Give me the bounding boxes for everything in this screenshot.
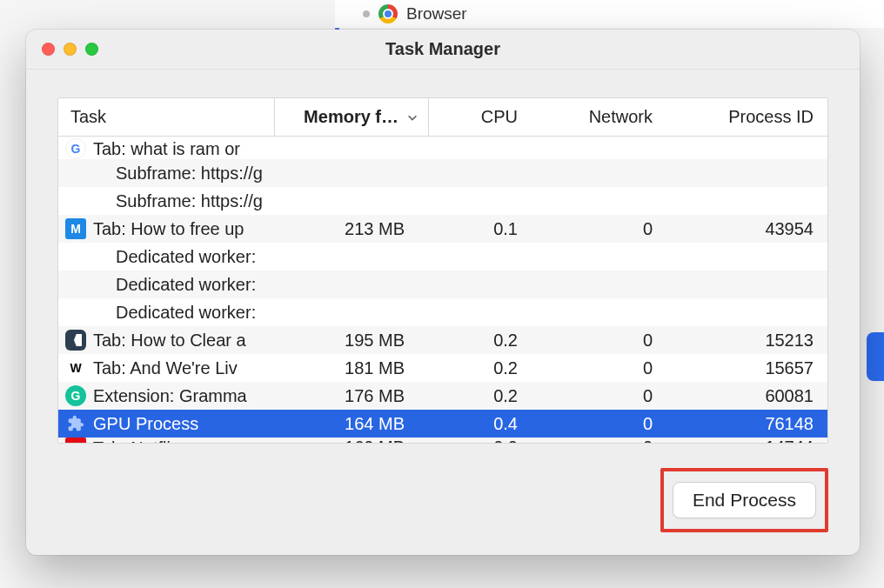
- cell-cpu: 0.2: [429, 358, 526, 378]
- background-browser-label: Browser: [406, 4, 467, 23]
- task-name: Tab: How to free up: [93, 219, 244, 239]
- cell-memory: 195 MB: [274, 331, 429, 351]
- task-name: Subframe: https://g: [116, 164, 263, 184]
- column-header-cpu[interactable]: CPU: [429, 107, 526, 127]
- cell-pid: 60081: [661, 386, 827, 406]
- table-header: Task Memory f… CPU Network Process ID: [58, 98, 827, 137]
- cell-task: Dedicated worker:: [58, 247, 274, 267]
- process-table: Task Memory f… CPU Network Process ID GT…: [57, 97, 828, 444]
- background-browser-row: Browser: [335, 0, 884, 28]
- end-process-button[interactable]: End Process: [673, 482, 816, 518]
- column-header-task[interactable]: Task: [58, 107, 274, 127]
- site-m-icon: M: [65, 218, 86, 239]
- bg-partial-button: [867, 332, 884, 381]
- table-row[interactable]: Dedicated worker:: [58, 271, 827, 298]
- table-row[interactable]: Dedicated worker:: [58, 243, 827, 271]
- zoom-window-button[interactable]: [85, 43, 98, 56]
- cell-memory: 176 MB: [274, 386, 429, 406]
- task-name: Tab: And We're Liv: [93, 358, 238, 378]
- column-header-memory[interactable]: Memory f…: [274, 98, 429, 136]
- cell-pid: 43954: [661, 219, 827, 239]
- cell-cpu: 0.1: [429, 219, 526, 239]
- chrome-icon: [378, 4, 398, 23]
- task-name: Extension: Gramma: [93, 386, 247, 406]
- traffic-lights: [42, 43, 98, 56]
- bullet-icon: [363, 10, 370, 17]
- cell-cpu: 0.2: [429, 331, 526, 351]
- table-row[interactable]: Subframe: https://g: [58, 187, 827, 215]
- table-row[interactable]: GTab: what is ram or: [58, 137, 827, 159]
- cell-network: 0: [526, 331, 661, 351]
- cell-task: Subframe: https://g: [58, 164, 274, 184]
- table-row[interactable]: Dedicated worker:: [58, 298, 827, 326]
- table-row[interactable]: GPU Process164 MB0.4076148: [58, 410, 827, 438]
- cell-network: 0: [526, 386, 661, 406]
- cell-cpu: 0.4: [429, 414, 526, 434]
- netflix-icon: N: [65, 438, 86, 443]
- cell-pid: 76148: [661, 414, 827, 434]
- table-row[interactable]: MTab: How to free up213 MB0.1043954: [58, 215, 827, 243]
- chevron-down-icon: [405, 110, 419, 124]
- cell-network: 0: [526, 414, 661, 434]
- column-header-memory-label: Memory f…: [304, 107, 398, 127]
- task-manager-window: Task Manager Task Memory f… CPU Network …: [26, 30, 860, 555]
- highlight-annotation: End Process: [660, 468, 828, 532]
- task-name: Dedicated worker:: [116, 247, 256, 267]
- cell-cpu: 0.2: [429, 386, 526, 406]
- task-name: GPU Process: [93, 414, 198, 434]
- minimize-window-button[interactable]: [64, 43, 77, 56]
- cell-task: GExtension: Gramma: [58, 385, 274, 406]
- cell-network: 0: [526, 438, 661, 443]
- content-area: Task Memory f… CPU Network Process ID GT…: [26, 70, 860, 555]
- site-w-icon: W: [65, 357, 86, 378]
- google-icon: G: [65, 138, 86, 159]
- cell-task: GPU Process: [58, 413, 274, 434]
- table-body: GTab: what is ram orSubframe: https://gS…: [58, 137, 827, 443]
- task-name: Tab: Netfli: [93, 438, 171, 444]
- task-name: Tab: How to Clear a: [93, 331, 246, 351]
- cell-task: Tab: How to Clear a: [58, 330, 274, 351]
- extension-puzzle-icon: [65, 413, 86, 434]
- cell-memory: 181 MB: [274, 358, 429, 378]
- cell-pid: 15213: [661, 331, 827, 351]
- cell-cpu: 0.0: [429, 438, 526, 443]
- cell-memory: 213 MB: [274, 219, 429, 239]
- cell-task: WTab: And We're Liv: [58, 357, 274, 378]
- table-row[interactable]: Tab: How to Clear a195 MB0.2015213: [58, 326, 827, 354]
- task-name: Dedicated worker:: [116, 303, 256, 323]
- table-row[interactable]: NTab: Netfli160 MB0.0014744: [58, 438, 827, 443]
- window-title: Task Manager: [385, 39, 500, 59]
- cell-task: Dedicated worker:: [58, 275, 274, 295]
- footer: End Process: [57, 454, 828, 532]
- close-window-button[interactable]: [42, 43, 55, 56]
- cell-memory: 164 MB: [274, 414, 429, 434]
- titlebar: Task Manager: [26, 30, 860, 70]
- clear-icon: [65, 330, 86, 351]
- task-name: Dedicated worker:: [116, 275, 256, 295]
- table-row[interactable]: GExtension: Gramma176 MB0.2060081: [58, 382, 827, 410]
- cell-task: Subframe: https://g: [58, 191, 274, 211]
- cell-pid: 14744: [661, 438, 827, 443]
- table-row[interactable]: Subframe: https://g: [58, 159, 827, 187]
- task-name: Subframe: https://g: [116, 191, 263, 211]
- table-row[interactable]: WTab: And We're Liv181 MB0.2015657: [58, 354, 827, 382]
- grammarly-icon: G: [65, 385, 86, 406]
- cell-memory: 160 MB: [274, 438, 429, 443]
- cell-network: 0: [526, 358, 661, 378]
- column-header-pid[interactable]: Process ID: [661, 107, 827, 127]
- task-name: Tab: what is ram or: [93, 139, 240, 159]
- cell-network: 0: [526, 219, 661, 239]
- cell-pid: 15657: [661, 358, 827, 378]
- cell-task: MTab: How to free up: [58, 218, 274, 239]
- cell-task: Dedicated worker:: [58, 303, 274, 323]
- cell-task: GTab: what is ram or: [58, 138, 274, 159]
- cell-task: NTab: Netfli: [58, 438, 274, 443]
- column-header-network[interactable]: Network: [526, 107, 661, 127]
